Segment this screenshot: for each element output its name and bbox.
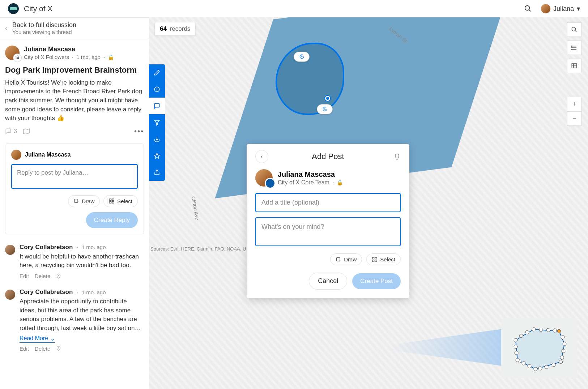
- minimap[interactable]: [501, 319, 577, 378]
- svg-point-24: [572, 47, 572, 48]
- draw-button[interactable]: Draw: [330, 253, 362, 265]
- filter-icon[interactable]: [149, 114, 165, 131]
- download-icon[interactable]: [149, 131, 165, 148]
- location-pin-icon[interactable]: [56, 273, 61, 279]
- team-badge-icon: [265, 178, 276, 189]
- lock-icon: 🔒: [337, 180, 343, 185]
- svg-point-42: [553, 329, 557, 332]
- svg-point-58: [514, 345, 517, 349]
- avatar: [5, 245, 15, 255]
- svg-point-9: [58, 275, 59, 276]
- create-reply-button[interactable]: Create Reply: [86, 212, 138, 228]
- post-group: City of X Followers: [24, 54, 69, 60]
- svg-rect-6: [112, 199, 114, 201]
- more-menu-icon[interactable]: •••: [134, 127, 144, 136]
- comment-author: Cory Collabretson: [20, 244, 73, 251]
- comment-time: 1 mo. ago: [82, 289, 106, 295]
- svg-point-47: [560, 356, 564, 359]
- reply-input[interactable]: [11, 164, 138, 189]
- user-menu[interactable]: Juliana ▾: [541, 4, 580, 13]
- table-icon[interactable]: [567, 59, 581, 73]
- zoom-out-button[interactable]: −: [567, 111, 581, 126]
- chat-icon[interactable]: [149, 98, 165, 114]
- svg-rect-8: [112, 202, 114, 204]
- select-button[interactable]: Select: [366, 253, 401, 265]
- post-time: 1 mo. ago: [76, 54, 101, 60]
- map-canvas[interactable]: Lyman St Clifton Ave 64 records + − Sour…: [149, 17, 588, 389]
- avatar: 🏛: [5, 46, 20, 60]
- avatar: [541, 4, 550, 13]
- group-badge-icon: 🏛: [13, 54, 22, 62]
- lock-icon: 🔒: [108, 54, 114, 60]
- svg-line-19: [575, 30, 576, 32]
- add-post-popup: ‹ Add Post Juliana Mascasa City of X Cor…: [247, 144, 409, 298]
- svg-line-4: [77, 202, 78, 203]
- point-chat-icon[interactable]: [317, 104, 333, 114]
- svg-rect-32: [372, 257, 374, 259]
- popup-back-button[interactable]: ‹: [255, 150, 268, 163]
- svg-point-56: [516, 358, 519, 362]
- location-pin-icon[interactable]: [56, 346, 61, 351]
- svg-point-13: [157, 88, 157, 88]
- back-title: Back to full discussion: [12, 21, 76, 29]
- map-icon[interactable]: [23, 128, 30, 134]
- svg-point-23: [572, 46, 572, 47]
- legend-icon[interactable]: [567, 40, 581, 55]
- cancel-button[interactable]: Cancel: [309, 273, 347, 290]
- select-button[interactable]: Select: [103, 195, 138, 207]
- share-icon[interactable]: [149, 164, 165, 181]
- search-icon[interactable]: [567, 22, 581, 37]
- app-title: City of X: [24, 4, 52, 13]
- post-body-input[interactable]: [255, 217, 401, 246]
- post-title-input[interactable]: [255, 193, 401, 212]
- post-author: Juliana Mascasa: [24, 46, 114, 53]
- comment-author: Cory Collabretson: [20, 288, 73, 296]
- draw-button[interactable]: Draw: [68, 195, 100, 207]
- svg-point-45: [563, 342, 566, 346]
- svg-point-18: [572, 27, 576, 31]
- edit-button[interactable]: Edit: [20, 273, 29, 279]
- svg-point-46: [562, 349, 565, 353]
- svg-point-25: [572, 49, 572, 50]
- info-icon[interactable]: [149, 81, 165, 98]
- delete-button[interactable]: Delete: [35, 273, 50, 279]
- avatar: [5, 290, 15, 300]
- comment-text: Appreciate the opportunity to contribute…: [20, 297, 144, 333]
- svg-point-40: [539, 328, 543, 332]
- map-side-toolbar: [149, 64, 165, 181]
- polygon-chat-icon[interactable]: [294, 52, 310, 62]
- popup-author: Juliana Mascasa: [278, 170, 343, 179]
- comment-icon[interactable]: 3: [5, 128, 17, 134]
- svg-line-1: [529, 10, 531, 12]
- svg-point-0: [525, 6, 530, 10]
- svg-point-38: [525, 330, 529, 334]
- read-more-button[interactable]: Read More ⌄: [20, 335, 55, 343]
- svg-rect-35: [375, 260, 377, 262]
- delete-button[interactable]: Delete: [35, 346, 50, 352]
- comment-time: 1 mo. ago: [82, 244, 106, 250]
- svg-rect-34: [372, 260, 374, 262]
- svg-point-43: [557, 329, 561, 333]
- chevron-down-icon: ▾: [577, 5, 580, 13]
- create-post-button[interactable]: Create Post: [352, 273, 401, 289]
- edit-icon[interactable]: [149, 64, 165, 81]
- svg-point-36: [514, 338, 517, 342]
- svg-line-31: [339, 260, 341, 261]
- svg-marker-2: [24, 129, 30, 134]
- zoom-in-button[interactable]: +: [567, 97, 581, 111]
- comment: Cory Collabretson · 1 mo. ago Appreciate…: [5, 288, 144, 352]
- edit-button[interactable]: Edit: [20, 346, 29, 352]
- svg-point-39: [532, 328, 536, 331]
- comment-count: 3: [14, 128, 17, 134]
- svg-point-53: [528, 364, 531, 368]
- back-bar[interactable]: ‹ Back to full discussion You are viewin…: [0, 17, 149, 39]
- map-point[interactable]: [325, 96, 330, 101]
- chevron-left-icon[interactable]: ‹: [5, 25, 7, 32]
- svg-point-48: [559, 360, 563, 364]
- avatar: [255, 169, 273, 187]
- search-icon[interactable]: [524, 4, 532, 13]
- star-icon[interactable]: [149, 148, 165, 164]
- svg-point-51: [538, 367, 542, 370]
- hint-icon[interactable]: [393, 153, 401, 160]
- svg-point-50: [545, 365, 548, 369]
